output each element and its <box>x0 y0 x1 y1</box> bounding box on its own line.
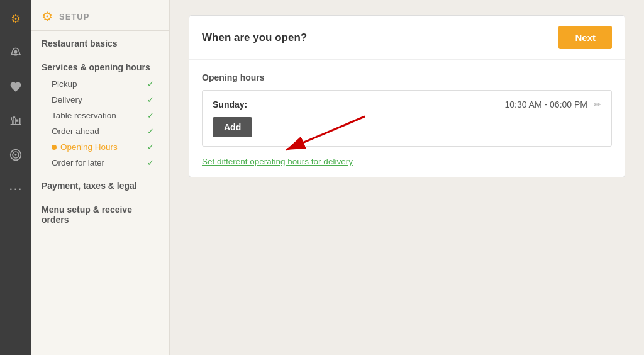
hours-value: 10:30 AM - 06:00 PM <box>504 99 587 110</box>
heart-icon[interactable] <box>4 76 27 98</box>
opening-hours-section-label: Opening hours <box>202 72 612 82</box>
rocket-icon[interactable] <box>4 42 27 64</box>
opening-hours-inner: Opening Hours <box>52 142 118 152</box>
chart-icon[interactable] <box>4 110 27 132</box>
add-button[interactable]: Add <box>213 117 252 137</box>
svg-point-2 <box>14 154 16 155</box>
opening-hours-label: Opening Hours <box>60 142 118 152</box>
order-later-label: Order for later <box>52 158 104 167</box>
order-ahead-label: Order ahead <box>52 127 99 136</box>
delivery-hours-link[interactable]: Set different operating hours for delive… <box>202 157 353 166</box>
order-later-check: ✓ <box>147 158 154 167</box>
section-services-label: Services & opening hours <box>42 62 159 72</box>
target-icon[interactable] <box>4 144 27 166</box>
sidebar-item-order-later[interactable]: Order for later ✓ <box>42 155 159 171</box>
delivery-check: ✓ <box>147 95 154 104</box>
sidebar-item-table-reservation[interactable]: Table reservation ✓ <box>42 108 159 123</box>
sidebar-header: ⚙ SETUP <box>31 0 169 31</box>
table-reservation-check: ✓ <box>147 111 154 120</box>
gear-icon[interactable]: ⚙ <box>4 8 27 30</box>
card-body: Opening hours Sunday: 10:30 AM - 06:00 P… <box>189 60 625 177</box>
section-menu-label[interactable]: Menu setup & receive orders <box>42 205 159 225</box>
pickup-check: ✓ <box>147 79 154 89</box>
setup-gear-icon: ⚙ <box>42 9 53 24</box>
sunday-row: Sunday: 10:30 AM - 06:00 PM ✏ <box>213 99 601 110</box>
sidebar-item-opening-hours[interactable]: Opening Hours ✓ <box>42 139 159 155</box>
sidebar-section-payment: Payment, taxes & legal <box>31 173 169 197</box>
sidebar-item-delivery[interactable]: Delivery ✓ <box>42 92 159 108</box>
sidebar-item-order-ahead[interactable]: Order ahead ✓ <box>42 123 159 139</box>
table-reservation-label: Table reservation <box>52 111 116 120</box>
sidebar-section-menu: Menu setup & receive orders <box>31 197 169 231</box>
sunday-label: Sunday: <box>213 99 247 110</box>
delivery-label: Delivery <box>52 95 82 104</box>
order-ahead-check: ✓ <box>147 127 154 136</box>
pickup-label: Pickup <box>52 79 77 89</box>
sidebar-item-pickup[interactable]: Pickup ✓ <box>42 76 159 92</box>
icon-bar: ⚙ ··· <box>0 0 31 355</box>
section-restaurant-basics[interactable]: Restaurant basics <box>42 38 159 48</box>
main-inner: When are you open? Next Opening hours Su… <box>170 0 644 355</box>
card-title: When are you open? <box>202 31 307 44</box>
main-card: When are you open? Next Opening hours Su… <box>189 15 625 178</box>
delivery-link-container: Set different operating hours for delive… <box>202 155 612 167</box>
sunday-hours: 10:30 AM - 06:00 PM ✏ <box>504 99 601 110</box>
sidebar-section-services: Services & opening hours Pickup ✓ Delive… <box>31 55 169 173</box>
card-header: When are you open? Next <box>189 16 625 60</box>
more-icon[interactable]: ··· <box>4 178 27 200</box>
opening-hours-check: ✓ <box>147 142 154 152</box>
main-content: When are you open? Next Opening hours Su… <box>170 0 644 355</box>
edit-icon[interactable]: ✏ <box>594 99 601 110</box>
sidebar: ⚙ SETUP Restaurant basics Services & ope… <box>31 0 170 355</box>
next-button[interactable]: Next <box>558 26 612 49</box>
active-dot <box>52 145 57 150</box>
hours-box: Sunday: 10:30 AM - 06:00 PM ✏ Add <box>202 90 612 147</box>
sidebar-section-basics: Restaurant basics <box>31 31 169 55</box>
section-payment-label[interactable]: Payment, taxes & legal <box>42 181 159 191</box>
setup-title: SETUP <box>59 12 89 21</box>
